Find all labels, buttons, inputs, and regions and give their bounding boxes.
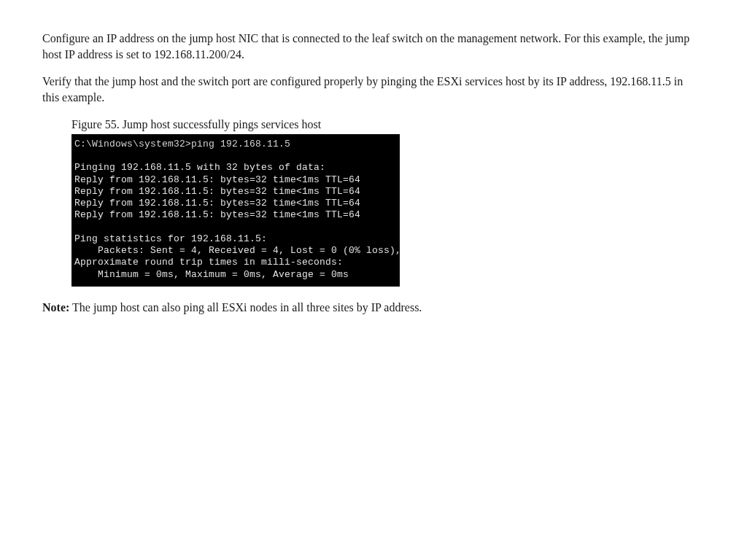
terminal-stats: Minimum = 0ms, Maximum = 0ms, Average = … bbox=[74, 269, 349, 280]
terminal-stats: Approximate round trip times in milli-se… bbox=[74, 257, 343, 268]
terminal-prompt: C:\Windows\system32>ping 192.168.11.5 bbox=[74, 139, 290, 149]
note-label: Note: bbox=[42, 301, 69, 314]
terminal-reply: Reply from 192.168.11.5: bytes=32 time<1… bbox=[74, 174, 360, 185]
terminal-reply: Reply from 192.168.11.5: bytes=32 time<1… bbox=[74, 186, 360, 197]
terminal-line: Pinging 192.168.11.5 with 32 bytes of da… bbox=[74, 162, 325, 173]
terminal-window: C:\Windows\system32>ping 192.168.11.5 Pi… bbox=[71, 134, 400, 287]
paragraph-configure-ip: Configure an IP address on the jump host… bbox=[42, 31, 695, 62]
terminal-reply: Reply from 192.168.11.5: bytes=32 time<1… bbox=[74, 198, 360, 209]
terminal-stats: Ping statistics for 192.168.11.5: bbox=[74, 233, 267, 244]
terminal-reply: Reply from 192.168.11.5: bytes=32 time<1… bbox=[74, 209, 360, 220]
figure-block: Figure 55. Jump host successfully pings … bbox=[71, 117, 705, 287]
paragraph-verify-ping: Verify that the jump host and the switch… bbox=[42, 74, 695, 105]
figure-caption: Figure 55. Jump host successfully pings … bbox=[71, 117, 705, 133]
terminal-stats: Packets: Sent = 4, Received = 4, Lost = … bbox=[74, 245, 401, 256]
note-paragraph: Note: The jump host can also ping all ES… bbox=[42, 300, 695, 316]
note-text: The jump host can also ping all ESXi nod… bbox=[69, 301, 422, 314]
